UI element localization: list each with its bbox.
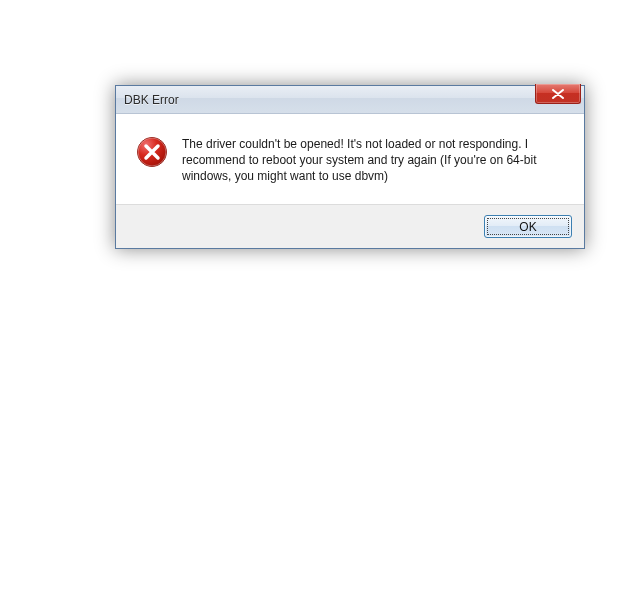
- titlebar[interactable]: DBK Error: [116, 86, 584, 114]
- close-button[interactable]: [535, 84, 581, 104]
- dialog-content: The driver couldn't be opened! It's not …: [116, 114, 584, 204]
- ok-button[interactable]: OK: [484, 215, 572, 238]
- error-dialog: DBK Error The driver couldn: [115, 85, 585, 249]
- dialog-message: The driver couldn't be opened! It's not …: [182, 136, 564, 186]
- error-icon: [136, 136, 168, 168]
- dialog-title: DBK Error: [124, 93, 179, 107]
- close-icon: [552, 89, 564, 99]
- dialog-button-row: OK: [116, 204, 584, 248]
